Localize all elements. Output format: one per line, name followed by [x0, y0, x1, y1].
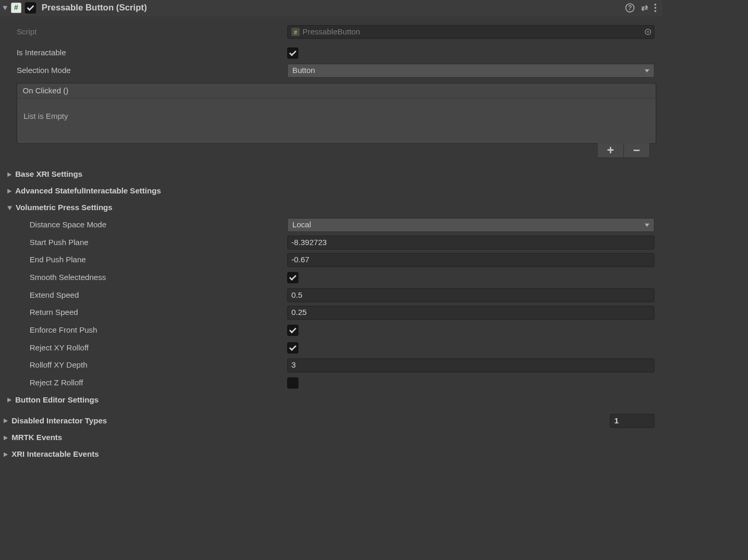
- reject-xy-rolloff-checkbox[interactable]: [287, 343, 298, 354]
- csharp-icon: #: [291, 28, 300, 36]
- disabled-interactors-label: Disabled Interactor Types: [11, 416, 107, 425]
- reject-z-rolloff-label: Reject Z Rolloff: [30, 379, 287, 388]
- add-event-button[interactable]: +: [597, 143, 623, 157]
- distance-space-mode-value: Local: [292, 221, 311, 230]
- is-interactable-row: Is Interactable: [0, 44, 663, 62]
- selection-mode-dropdown[interactable]: Button: [287, 64, 654, 78]
- chevron-right-icon: [7, 172, 11, 177]
- return-speed-input[interactable]: 0.25: [287, 306, 654, 320]
- return-speed-label: Return Speed: [30, 308, 287, 318]
- selection-mode-label: Selection Mode: [17, 66, 287, 76]
- distance-space-mode-row: Distance Space Mode Local: [0, 216, 663, 234]
- end-push-plane-label: End Push Plane: [30, 255, 287, 265]
- xri-interactable-events-section[interactable]: XRI Interactable Events: [0, 446, 663, 463]
- extend-speed-label: Extend Speed: [30, 290, 287, 300]
- help-icon[interactable]: ?: [626, 3, 635, 13]
- object-picker-icon[interactable]: [645, 29, 651, 35]
- disabled-interactor-types-section[interactable]: Disabled Interactor Types 1: [0, 412, 663, 430]
- button-editor-settings-section[interactable]: Button Editor Settings: [0, 392, 663, 408]
- smooth-selectedness-row: Smooth Selectedness: [0, 269, 663, 287]
- return-speed-row: Return Speed 0.25: [0, 304, 663, 322]
- script-label: Script: [17, 27, 287, 36]
- button-editor-label: Button Editor Settings: [15, 395, 99, 405]
- extend-speed-row: Extend Speed 0.5: [0, 286, 663, 304]
- advanced-stateful-label: Advanced StatefulInteractable Settings: [15, 187, 161, 196]
- advanced-stateful-section[interactable]: Advanced StatefulInteractable Settings: [0, 183, 663, 200]
- chevron-right-icon: [4, 452, 8, 457]
- reject-xy-rolloff-row: Reject XY Rolloff: [0, 339, 663, 357]
- rolloff-xy-depth-input[interactable]: 3: [287, 359, 654, 373]
- start-push-plane-input[interactable]: -8.392723: [287, 236, 654, 250]
- context-menu-icon[interactable]: [654, 4, 656, 12]
- chevron-right-icon: [4, 419, 8, 423]
- event-add-remove-group: + −: [597, 143, 650, 158]
- distance-space-mode-dropdown[interactable]: Local: [287, 218, 654, 232]
- reject-z-rolloff-row: Reject Z Rolloff: [0, 374, 663, 392]
- chevron-down-icon: [7, 206, 12, 210]
- mrtk-events-section[interactable]: MRTK Events: [0, 430, 663, 446]
- is-interactable-label: Is Interactable: [17, 48, 287, 58]
- enforce-front-push-checkbox[interactable]: [287, 325, 298, 336]
- base-xri-settings-section[interactable]: Base XRI Settings: [0, 166, 663, 183]
- script-row: Script # PressableButton: [0, 23, 663, 41]
- component-title: Pressable Button (Script): [42, 3, 626, 13]
- script-icon: #: [11, 3, 21, 13]
- preset-icon[interactable]: ⇄: [641, 3, 648, 13]
- rolloff-xy-depth-row: Rolloff XY Depth 3: [0, 357, 663, 374]
- end-push-plane-input[interactable]: -0.67: [287, 253, 654, 267]
- reject-xy-rolloff-label: Reject XY Rolloff: [30, 343, 287, 352]
- chevron-right-icon: [4, 435, 8, 440]
- is-interactable-checkbox[interactable]: [287, 47, 298, 58]
- event-empty-text: List is Empty: [17, 99, 656, 143]
- selection-mode-row: Selection Mode Button: [0, 62, 663, 80]
- selection-mode-value: Button: [292, 66, 315, 76]
- distance-space-mode-label: Distance Space Mode: [30, 221, 287, 230]
- chevron-right-icon: [7, 189, 11, 193]
- rolloff-xy-depth-label: Rolloff XY Depth: [30, 361, 287, 370]
- script-value: PressableButton: [302, 27, 360, 36]
- reject-z-rolloff-checkbox[interactable]: [287, 378, 298, 388]
- end-push-plane-row: End Push Plane -0.67: [0, 251, 663, 269]
- on-clicked-event: On Clicked () List is Empty: [17, 83, 656, 143]
- base-xri-label: Base XRI Settings: [15, 170, 82, 179]
- volumetric-label: Volumetric Press Settings: [16, 203, 113, 213]
- component-header: # Pressable Button (Script) ? ⇄: [0, 0, 663, 17]
- remove-event-button[interactable]: −: [623, 143, 649, 157]
- xri-events-label: XRI Interactable Events: [11, 450, 99, 459]
- mrtk-events-label: MRTK Events: [11, 433, 62, 443]
- volumetric-press-section[interactable]: Volumetric Press Settings: [0, 200, 663, 216]
- event-header: On Clicked (): [17, 83, 656, 99]
- smooth-selectedness-checkbox[interactable]: [287, 272, 298, 283]
- start-push-plane-row: Start Push Plane -8.392723: [0, 234, 663, 251]
- extend-speed-input[interactable]: 0.5: [287, 288, 654, 302]
- enable-component-checkbox[interactable]: [25, 2, 36, 13]
- chevron-right-icon: [7, 398, 11, 403]
- foldout-icon[interactable]: [3, 6, 7, 10]
- enforce-front-push-row: Enforce Front Push: [0, 322, 663, 339]
- enforce-front-push-label: Enforce Front Push: [30, 326, 287, 335]
- disabled-interactors-count[interactable]: 1: [610, 414, 654, 428]
- smooth-selectedness-label: Smooth Selectedness: [30, 273, 287, 283]
- script-field[interactable]: # PressableButton: [287, 25, 654, 39]
- start-push-plane-label: Start Push Plane: [30, 238, 287, 247]
